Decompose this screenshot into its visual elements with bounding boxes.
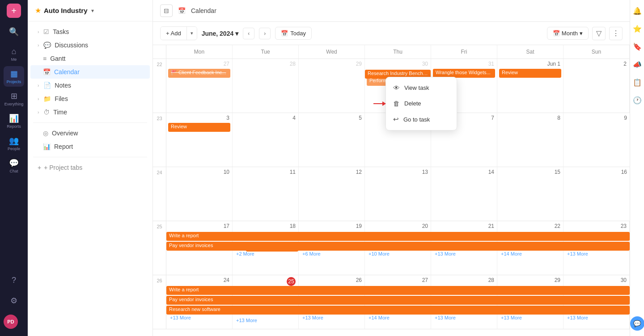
plus-icon: + (38, 164, 41, 171)
nav-item-discussions[interactable]: › 💬 Discussions (30, 38, 150, 52)
notification-bell-icon[interactable]: 🔔 (632, 5, 643, 16)
day-cell[interactable]: 13 (365, 167, 431, 221)
more-events-link[interactable]: +13 More (499, 315, 561, 321)
nav-item-tasks[interactable]: › ☑ Tasks (30, 25, 150, 38)
view-selector[interactable]: 📅 Month ▾ (547, 27, 589, 40)
sidebar-item-everything[interactable]: ⊞ Everything (4, 88, 24, 109)
day-cell[interactable]: 16 (564, 167, 630, 221)
week-row: 24 10 11 12 13 14 15 (153, 167, 630, 221)
spanning-event-research-software[interactable]: Research new software (166, 306, 630, 315)
more-events-link[interactable]: +2 More (234, 251, 297, 257)
search-icon: 🔍 (9, 27, 19, 37)
day-cell[interactable]: 29 (299, 59, 365, 113)
more-events-link[interactable]: +14 More (367, 315, 429, 321)
sidebar-item-settings[interactable]: ⚙ (4, 290, 24, 311)
filter-button[interactable]: ▽ (592, 27, 606, 40)
more-events-link[interactable]: +13 More (565, 251, 627, 257)
day-number: 11 (234, 169, 297, 175)
more-events-link[interactable]: +13 More (301, 315, 363, 321)
more-events-link[interactable]: +14 More (499, 251, 561, 257)
plus-button[interactable]: + (7, 4, 21, 18)
nav-label: Calendar (54, 68, 80, 76)
nav-item-files[interactable]: › 📁 Files (30, 92, 150, 105)
more-events-link[interactable]: +6 More (301, 251, 363, 257)
clock-icon[interactable]: 🕐 (632, 95, 643, 105)
more-options-button[interactable]: ⋮ (609, 27, 623, 40)
day-cell[interactable]: 3 Review (166, 113, 233, 167)
day-cell[interactable]: 14 (431, 167, 497, 221)
spanning-event-write-report[interactable]: Write a report (166, 232, 630, 241)
day-cell[interactable]: 15 (497, 167, 564, 221)
day-number: 16 (565, 169, 628, 175)
nav-item-overview[interactable]: ◎ Overview (30, 126, 150, 140)
chat-bubble-icon[interactable]: 💬 (630, 316, 644, 331)
day-number: 22 (499, 223, 561, 229)
clipboard-icon[interactable]: 📋 (632, 77, 643, 88)
nav-item-time[interactable]: › ⏱ Time (30, 105, 150, 119)
day-cell[interactable]: 28 (233, 59, 299, 113)
nav-item-report[interactable]: 📊 Report (30, 140, 150, 153)
nav-item-calendar[interactable]: 📅 Calendar (30, 65, 150, 79)
more-events-link[interactable]: +13 More (234, 317, 297, 323)
nav-item-notes[interactable]: › 📄 Notes (30, 79, 150, 92)
event-bar[interactable]: 🚩 Client Feedback Inc... (168, 69, 230, 78)
more-events-link[interactable]: +10 More (367, 251, 429, 257)
event-bar[interactable]: Review (499, 69, 561, 78)
event-bar[interactable]: Wrangle those Widgets... (433, 69, 495, 78)
today-button[interactable]: 📅 Today (275, 27, 312, 40)
add-project-tab-button[interactable]: + + Project tabs (30, 161, 150, 174)
add-button[interactable]: + Add (161, 27, 187, 40)
more-events-link[interactable]: +13 More (433, 315, 495, 321)
spanning-event-write-report[interactable]: Write a report (166, 286, 630, 295)
context-menu-go-to-task[interactable]: ↩ Go to task (386, 111, 457, 127)
spanning-event-pay-invoices[interactable]: Pay vendor invoices (166, 296, 630, 305)
next-month-button[interactable]: › (259, 28, 271, 39)
day-cell[interactable]: 9 (564, 113, 630, 167)
nav-divider (33, 122, 147, 123)
prev-month-button[interactable]: ‹ (243, 28, 254, 39)
day-cell[interactable]: 8 (497, 113, 564, 167)
project-header[interactable]: ★ Auto Industry ▾ (28, 0, 153, 21)
user-avatar[interactable]: PD (4, 315, 18, 329)
day-cell[interactable]: 4 (233, 113, 299, 167)
context-menu-delete[interactable]: 🗑 Delete (386, 96, 457, 111)
month-chevron-icon: ▾ (235, 30, 238, 37)
day-cell[interactable]: 10 (166, 167, 233, 221)
day-number: 30 (367, 61, 429, 67)
day-cell[interactable]: 5 (299, 113, 365, 167)
sidebar-item-help[interactable]: ? (4, 270, 24, 290)
sidebar-item-search[interactable]: 🔍 (4, 21, 24, 42)
day-number: 10 (168, 169, 230, 175)
day-cell[interactable]: 12 (299, 167, 365, 221)
event-bar[interactable]: Review (168, 123, 230, 132)
day-number: 19 (301, 223, 363, 229)
sidebar-item-projects[interactable]: ▦ Projects (4, 66, 24, 87)
nav-label: Notes (55, 82, 71, 89)
day-number: 25 (234, 277, 297, 286)
bookmark-icon[interactable]: 🔖 (632, 41, 643, 52)
spanning-event-pay-invoices[interactable]: Pay vendor invoices (166, 242, 630, 251)
calendar-grid: Mon Tue Wed Thu Fri Sat Sun 22 27 🚩 Clie… (153, 45, 630, 336)
trash-icon: 🗑 (393, 100, 400, 107)
sidebar-item-people[interactable]: 👥 People (4, 133, 24, 154)
star-icon[interactable]: ⭐ (632, 23, 643, 34)
context-menu-view-task[interactable]: 👁 View task (386, 80, 457, 96)
more-events-link[interactable]: +13 More (565, 315, 627, 321)
day-cell[interactable]: 11 (233, 167, 299, 221)
day-cell[interactable]: 2 (564, 59, 630, 113)
current-month-label[interactable]: June, 2024 ▾ (202, 30, 239, 37)
sidebar-item-me[interactable]: ⌂ Me (4, 44, 24, 64)
megaphone-icon[interactable]: 📣 (632, 59, 643, 70)
day-cell[interactable]: 27 🚩 Client Feedback Inc... (166, 59, 233, 113)
toggle-sidebar-button[interactable]: ⊟ (160, 4, 173, 17)
sidebar-toggle-icon: ⊟ (164, 7, 169, 14)
nav-item-gantt[interactable]: ≡ Gantt (30, 52, 150, 65)
day-cell[interactable]: Jun 1 Review (497, 59, 564, 113)
day-number: 2 (565, 61, 627, 67)
more-events-link[interactable]: +13 More (433, 251, 495, 257)
sidebar-item-chat[interactable]: 💬 Chat (4, 155, 24, 176)
add-dropdown-button[interactable]: ▾ (187, 27, 197, 39)
sidebar-item-reports[interactable]: 📊 Reports (4, 111, 24, 131)
chat-icon: 💬 (9, 158, 19, 168)
more-events-link[interactable]: +13 More (168, 315, 230, 321)
